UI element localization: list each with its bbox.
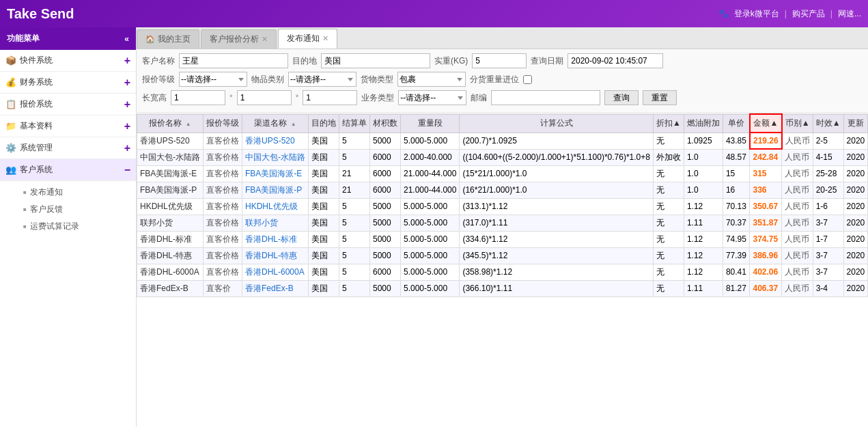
cell-update: 2020 xyxy=(843,264,868,280)
sidebar-sub-item-freight-record[interactable]: 运费试算记录 xyxy=(19,218,136,235)
postcode-label: 邮编 xyxy=(471,92,487,104)
cell-settlement: 5 xyxy=(339,133,370,149)
customer-icon: 👥 xyxy=(5,165,16,176)
cell-weight-range: 5.000-5.000 xyxy=(401,198,460,215)
cell-unit: 77.39 xyxy=(723,247,750,264)
cell-currency: 人民币 xyxy=(782,264,813,280)
cell-formula: (317.0)*1.11 xyxy=(460,215,654,231)
cell-amount: 350.67 xyxy=(750,198,782,215)
price-level-select[interactable]: --请选择-- xyxy=(179,72,247,87)
sidebar-item-customer[interactable]: 👥 客户系统 − xyxy=(0,159,136,181)
sidebar-item-basic[interactable]: 📁 基本资料 + xyxy=(0,115,136,137)
network-link[interactable]: 网速... xyxy=(838,8,861,20)
destination-input[interactable] xyxy=(321,53,430,68)
height-input[interactable] xyxy=(303,90,357,105)
cell-name: 香港FedEx-B xyxy=(137,280,204,297)
split-weight-checkbox[interactable] xyxy=(523,75,532,84)
basic-expand-btn[interactable]: + xyxy=(124,121,130,132)
sidebar-item-finance[interactable]: 💰 财务系统 + xyxy=(0,72,136,94)
length-input[interactable] xyxy=(171,90,225,105)
buy-product-link[interactable]: 购买产品 xyxy=(792,8,825,20)
express-expand-btn[interactable]: + xyxy=(124,55,130,66)
cell-time-limit: 4-15 xyxy=(813,149,843,165)
col-channel[interactable]: 渠道名称 ▲ xyxy=(242,114,309,133)
cell-destination: 美国 xyxy=(309,198,339,215)
biz-type-select[interactable]: --请选择-- xyxy=(398,90,466,105)
sidebar-title: 功能菜单 xyxy=(7,33,40,44)
sidebar-sub-item-notify[interactable]: 发布通知 xyxy=(19,184,136,201)
finance-expand-btn[interactable]: + xyxy=(124,77,130,88)
cell-channel[interactable]: FBA美国海派-P xyxy=(242,182,309,198)
cell-settlement: 5 xyxy=(339,264,370,280)
system-expand-btn[interactable]: + xyxy=(124,143,130,154)
cell-name: HKDHL优先级 xyxy=(137,198,204,215)
customer-collapse-btn[interactable]: − xyxy=(124,165,130,176)
cell-material: 5000 xyxy=(370,231,401,247)
col-amount[interactable]: 金额▲ xyxy=(750,114,782,133)
cell-amount: 402.06 xyxy=(750,264,782,280)
login-link[interactable]: 登录k微平台 xyxy=(734,8,779,20)
goods-type-select[interactable]: 包裹 xyxy=(397,72,466,87)
col-material: 材积数 xyxy=(370,114,401,133)
sidebar: 功能菜单 « 📦 快件系统 + 💰 财务系统 + 📋 报价系统 + xyxy=(0,27,137,427)
tab-notify-close[interactable]: ✕ xyxy=(322,34,328,43)
cell-formula: (313.1)*1.12 xyxy=(460,198,654,215)
sidebar-header: 功能菜单 « xyxy=(0,27,136,50)
cell-discount: 无 xyxy=(653,247,684,264)
cell-channel[interactable]: 香港FedEx-B xyxy=(242,280,309,297)
cell-destination: 美国 xyxy=(309,215,339,231)
cell-amount: 219.26 xyxy=(750,133,782,149)
cell-settlement: 5 xyxy=(339,215,370,231)
col-destination: 目的地 xyxy=(309,114,339,133)
cell-channel[interactable]: 香港DHL-特惠 xyxy=(242,247,309,264)
cell-destination: 美国 xyxy=(309,247,339,264)
sidebar-item-express[interactable]: 📦 快件系统 + xyxy=(0,50,136,72)
goods-category-select[interactable]: --请选择-- xyxy=(288,72,356,87)
cell-price-level: 直客价 xyxy=(204,280,242,297)
cell-discount: 无 xyxy=(653,215,684,231)
cell-formula: (366.10)*1.11 xyxy=(460,280,654,297)
sidebar-collapse-icon[interactable]: « xyxy=(124,34,129,44)
system-icon: ⚙️ xyxy=(5,143,16,154)
cell-fuel: 1.0 xyxy=(684,149,723,165)
cell-material: 6000 xyxy=(370,182,401,198)
col-time-limit[interactable]: 时效▲ xyxy=(813,114,843,133)
weight-input[interactable] xyxy=(472,53,527,68)
tab-notify[interactable]: 发布通知 ✕ xyxy=(278,29,337,49)
cell-amount: 242.84 xyxy=(750,149,782,165)
quote-expand-btn[interactable]: + xyxy=(124,99,130,110)
customer-name-input[interactable] xyxy=(179,53,288,68)
tab-quote-analysis-close[interactable]: ✕ xyxy=(262,35,268,44)
cell-unit: 81.27 xyxy=(723,280,750,297)
table-row: HKDHL优先级 直客价格 HKDHL优先级 美国 5 5000 5.000-5… xyxy=(137,198,868,215)
cell-currency: 人民币 xyxy=(782,215,813,231)
goods-type-label: 货物类型 xyxy=(361,74,393,85)
cell-settlement: 21 xyxy=(339,182,370,198)
cell-weight-range: 5.000-5.000 xyxy=(401,280,460,297)
col-name[interactable]: 报价名称 ▲ xyxy=(137,114,204,133)
query-date-input[interactable] xyxy=(568,53,663,68)
col-currency[interactable]: 币别▲ xyxy=(782,114,813,133)
cell-channel[interactable]: 中国大包-水陆路 xyxy=(242,149,309,165)
cell-amount: 315 xyxy=(750,165,782,182)
cell-channel[interactable]: 香港DHL-6000A xyxy=(242,264,309,280)
sidebar-item-quote[interactable]: 📋 报价系统 + xyxy=(0,94,136,115)
cell-channel[interactable]: 香港UPS-520 xyxy=(242,133,309,149)
cell-fuel: 1.0 xyxy=(684,165,723,182)
table-row: FBA美国海派-E 直客价格 FBA美国海派-E 美国 21 6000 21.0… xyxy=(137,165,868,182)
postcode-input[interactable] xyxy=(491,90,600,105)
reset-button[interactable]: 重置 xyxy=(643,90,677,105)
sidebar-sub-item-feedback[interactable]: 客户反馈 xyxy=(19,201,136,218)
cell-channel[interactable]: 联邦小货 xyxy=(242,215,309,231)
width-input[interactable] xyxy=(237,90,292,105)
table-row: 香港FedEx-B 直客价 香港FedEx-B 美国 5 5000 5.000-… xyxy=(137,280,868,297)
cell-channel[interactable]: HKDHL优先级 xyxy=(242,198,309,215)
cell-channel[interactable]: 香港DHL-标准 xyxy=(242,231,309,247)
cell-material: 5000 xyxy=(370,133,401,149)
col-discount[interactable]: 折扣▲ xyxy=(653,114,684,133)
cell-channel[interactable]: FBA美国海派-E xyxy=(242,165,309,182)
sidebar-item-system[interactable]: ⚙️ 系统管理 + xyxy=(0,137,136,159)
tab-home[interactable]: 🏠 我的主页 xyxy=(137,29,199,49)
search-button[interactable]: 查询 xyxy=(604,90,639,105)
tab-quote-analysis[interactable]: 客户报价分析 ✕ xyxy=(201,29,277,49)
